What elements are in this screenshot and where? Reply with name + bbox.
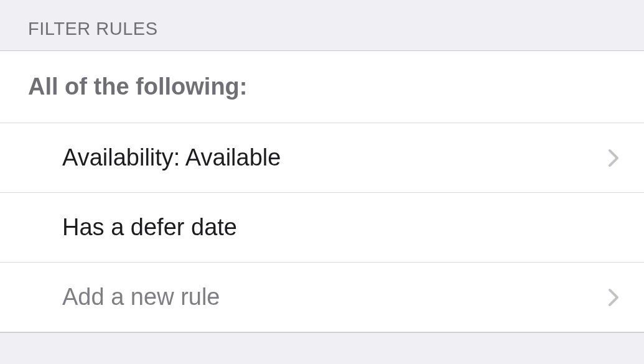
rule-label: Availability: Available	[62, 144, 281, 171]
rule-row-defer-date[interactable]: Has a defer date	[0, 193, 644, 263]
add-rule-label: Add a new rule	[62, 284, 220, 310]
filter-rules-section: All of the following: Availability: Avai…	[0, 51, 644, 332]
rule-row-availability[interactable]: Availability: Available	[0, 123, 644, 193]
chevron-right-icon	[608, 288, 619, 307]
add-rule-row[interactable]: Add a new rule	[0, 263, 644, 332]
rule-group-header[interactable]: All of the following:	[0, 51, 644, 123]
section-gap	[0, 332, 644, 342]
rule-label: Has a defer date	[62, 214, 237, 241]
chevron-right-icon	[608, 149, 619, 167]
section-header: FILTER RULES	[0, 0, 644, 51]
